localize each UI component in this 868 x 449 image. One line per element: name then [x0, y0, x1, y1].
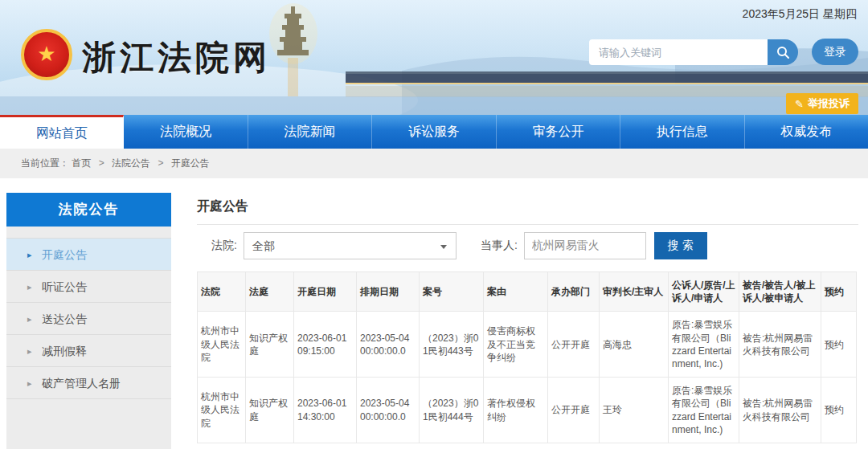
cell-tribunal: 知识产权庭 — [246, 312, 294, 378]
cell-department: 公开开庭 — [548, 378, 600, 443]
header-date: 2023年5月25日 星期四 — [743, 7, 857, 22]
report-complaint-button[interactable]: ✎ 举报投诉 — [786, 93, 858, 114]
header-search — [589, 39, 798, 65]
table-row: 杭州市中级人民法院 知识产权庭 2023-06-01 14:30:00 2023… — [198, 378, 857, 443]
cell-defendant: 被告:杭州网易雷火科技有限公司 — [739, 378, 821, 443]
col-judge: 审判长/主审人 — [600, 272, 669, 312]
nav-item-authoritative-release[interactable]: 权威发布 — [745, 115, 868, 149]
site-title: 浙江法院网 — [82, 35, 271, 80]
col-schedule-date: 排期日期 — [357, 272, 420, 312]
breadcrumb-separator: > — [158, 157, 163, 169]
cell-tribunal: 知识产权庭 — [246, 378, 294, 443]
national-emblem-logo: ★ — [21, 29, 72, 80]
party-input[interactable] — [524, 232, 646, 259]
report-label: 举报投诉 — [808, 96, 850, 111]
breadcrumb-page[interactable]: 开庭公告 — [171, 157, 210, 169]
col-case-number: 案号 — [420, 272, 484, 312]
col-cause: 案由 — [484, 272, 548, 312]
cell-plaintiff: 原告:暴雪娱乐有限公司（Blizzard Entertainment, Inc.… — [669, 312, 739, 378]
main-content: 开庭公告 法院: 全部 当事人: 搜 索 法院 法庭 开庭日期 排期日期 案号 … — [197, 198, 858, 449]
cell-hearing-date: 2023-06-01 14:30:00 — [294, 378, 357, 443]
triangle-right-icon: ▸ — [27, 239, 32, 271]
col-hearing-date: 开庭日期 — [294, 272, 357, 312]
col-department: 承办部门 — [548, 272, 600, 312]
triangle-right-icon: ▸ — [27, 303, 32, 335]
nav-item-home[interactable]: 网站首页 — [0, 115, 124, 149]
pen-icon: ✎ — [795, 98, 804, 110]
col-plaintiff: 公诉人/原告/上诉人/申请人 — [669, 272, 739, 312]
breadcrumb-separator: > — [99, 157, 104, 169]
cell-cause: 侵害商标权及不正当竞争纠纷 — [484, 312, 548, 378]
court-select[interactable]: 全部 — [244, 232, 457, 259]
cell-case-number: （2023）浙01民初443号 — [420, 312, 484, 378]
sidebar-item-hearing-announcements[interactable]: ▸ 开庭公告 — [6, 239, 171, 271]
breadcrumb-section[interactable]: 法院公告 — [112, 157, 150, 169]
sidebar-item-sentence-reduction[interactable]: ▸ 减刑假释 — [6, 335, 171, 367]
keyword-search-input[interactable] — [589, 39, 768, 65]
header-search-button[interactable] — [768, 39, 798, 65]
reserve-link[interactable]: 预约 — [821, 378, 857, 443]
nav-item-enforcement-info[interactable]: 执行信息 — [620, 115, 744, 149]
table-row: 杭州市中级人民法院 知识产权庭 2023-06-01 09:15:00 2023… — [198, 312, 857, 378]
sidebar-court-announcements: 法院公告 ▸ 开庭公告 ▸ 听证公告 ▸ 送达公告 ▸ 减刑假释 ▸ 破产管理人… — [6, 193, 171, 449]
breadcrumb-home[interactable]: 首页 — [72, 157, 91, 169]
header-banner: ★ 浙江法院网 2023年5月25日 星期四 登录 ✎ 举报投诉 — [0, 0, 868, 115]
party-filter-label: 当事人: — [481, 239, 518, 253]
page-title: 开庭公告 — [197, 198, 858, 215]
cell-judge: 高海忠 — [600, 312, 669, 378]
col-reserve: 预约 — [821, 272, 857, 312]
cell-cause: 著作权侵权纠纷 — [484, 378, 548, 443]
cell-judge: 王玲 — [600, 378, 669, 443]
court-filter-label: 法院: — [211, 239, 237, 253]
cell-schedule-date: 2023-05-04 00:00:00.0 — [357, 312, 420, 378]
nav-item-litigation-services[interactable]: 诉讼服务 — [372, 115, 496, 149]
col-court: 法院 — [198, 272, 246, 312]
breadcrumb-label: 当前位置： — [21, 157, 69, 169]
cell-hearing-date: 2023-06-01 09:15:00 — [294, 312, 357, 378]
filter-bar: 法院: 全部 当事人: 搜 索 — [197, 225, 858, 267]
table-header-row: 法院 法庭 开庭日期 排期日期 案号 案由 承办部门 审判长/主审人 公诉人/原… — [198, 272, 857, 312]
court-select-value: 全部 — [252, 239, 275, 252]
sidebar-item-service-announcements[interactable]: ▸ 送达公告 — [6, 303, 171, 335]
magnifier-icon — [776, 45, 790, 59]
cell-plaintiff: 原告:暴雪娱乐有限公司（Blizzard Entertainment, Inc.… — [669, 378, 739, 443]
sidebar-item-bankruptcy-administrators[interactable]: ▸ 破产管理人名册 — [6, 367, 171, 399]
cell-department: 公开开庭 — [548, 312, 600, 378]
hearing-announcements-table: 法院 法庭 开庭日期 排期日期 案号 案由 承办部门 审判长/主审人 公诉人/原… — [197, 271, 857, 443]
cell-defendant: 被告:杭州网易雷火科技有限公司 — [739, 312, 821, 378]
nav-item-court-news[interactable]: 法院新闻 — [248, 115, 372, 149]
cell-case-number: （2023）浙01民初444号 — [420, 378, 484, 443]
triangle-right-icon: ▸ — [27, 271, 32, 303]
sidebar-item-hearing-notices[interactable]: ▸ 听证公告 — [6, 271, 171, 303]
nav-item-court-overview[interactable]: 法院概况 — [124, 115, 248, 149]
chevron-down-icon — [440, 245, 447, 249]
main-nav: 网站首页 法院概况 法院新闻 诉讼服务 审务公开 执行信息 权威发布 — [0, 115, 868, 149]
sidebar-title: 法院公告 — [6, 193, 171, 227]
triangle-right-icon: ▸ — [27, 335, 32, 367]
cell-schedule-date: 2023-05-04 00:00:00.0 — [357, 378, 420, 443]
nav-item-trial-openness[interactable]: 审务公开 — [497, 115, 620, 149]
login-button[interactable]: 登录 — [812, 39, 858, 65]
star-icon: ★ — [37, 43, 55, 64]
cell-court: 杭州市中级人民法院 — [198, 378, 246, 443]
search-button[interactable]: 搜 索 — [654, 232, 707, 259]
col-defendant: 被告/被告人/被上诉人/被申请人 — [739, 272, 821, 312]
col-tribunal: 法庭 — [246, 272, 294, 312]
breadcrumb: 当前位置： 首页 > 法院公告 > 开庭公告 — [0, 149, 868, 178]
cell-court: 杭州市中级人民法院 — [198, 312, 246, 378]
reserve-link[interactable]: 预约 — [821, 312, 857, 378]
triangle-right-icon: ▸ — [27, 367, 32, 399]
